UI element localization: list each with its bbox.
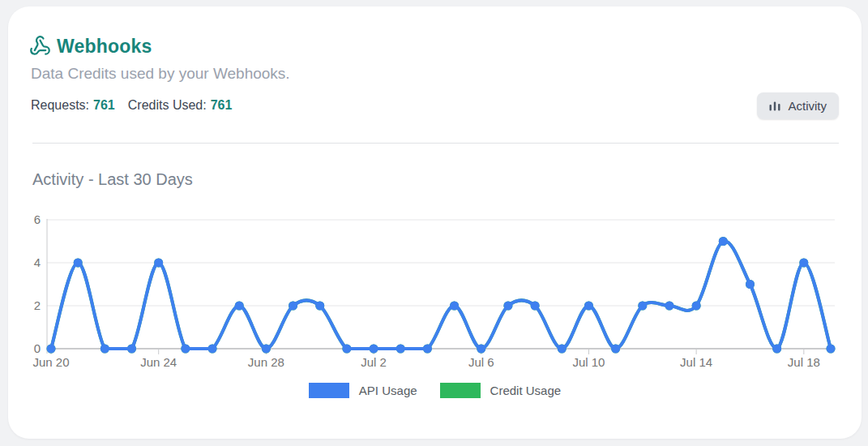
- data-point-api-usage[interactable]: [289, 302, 297, 311]
- data-point-api-usage[interactable]: [692, 302, 701, 311]
- data-point-api-usage[interactable]: [531, 302, 540, 311]
- data-point-api-usage[interactable]: [503, 302, 512, 311]
- legend-label-api-usage: API Usage: [359, 384, 417, 397]
- y-axis-label: 0: [34, 341, 41, 355]
- bar-chart-icon: [769, 100, 781, 113]
- data-point-api-usage[interactable]: [450, 302, 459, 311]
- legend-item-api-usage: API Usage: [309, 383, 417, 398]
- data-point-api-usage[interactable]: [638, 302, 647, 311]
- x-axis-label: Jul 2: [361, 355, 387, 369]
- x-axis-label: Jul 18: [788, 355, 820, 369]
- legend-item-credit-usage: Credit Usage: [440, 383, 562, 398]
- y-axis-label: 6: [34, 212, 41, 226]
- webhook-icon: [29, 35, 51, 57]
- data-point-api-usage[interactable]: [315, 302, 324, 311]
- data-point-api-usage[interactable]: [127, 345, 136, 354]
- legend-swatch-credit-usage: [440, 383, 481, 398]
- activity-button-label: Activity: [788, 99, 827, 113]
- data-point-api-usage[interactable]: [827, 345, 836, 354]
- activity-line-chart[interactable]: 0246Jun 20Jun 24Jun 28Jul 2Jul 6Jul 10Ju…: [24, 205, 847, 377]
- data-point-api-usage[interactable]: [719, 237, 728, 246]
- data-point-api-usage[interactable]: [262, 345, 271, 354]
- data-point-api-usage[interactable]: [772, 345, 781, 354]
- x-axis-label: Jun 20: [32, 355, 69, 369]
- x-axis-label: Jul 6: [468, 355, 494, 369]
- card-subtitle: Data Credits used by your Webhooks.: [31, 65, 290, 83]
- data-point-api-usage[interactable]: [396, 345, 405, 354]
- data-point-api-usage[interactable]: [181, 345, 190, 354]
- x-axis-label: Jul 14: [680, 355, 712, 369]
- data-point-api-usage[interactable]: [584, 302, 593, 311]
- x-axis-label: Jun 28: [248, 355, 284, 369]
- y-axis-label: 4: [34, 255, 41, 269]
- data-point-api-usage[interactable]: [370, 345, 378, 354]
- data-point-api-usage[interactable]: [423, 345, 432, 354]
- data-point-api-usage[interactable]: [235, 302, 244, 311]
- data-point-api-usage[interactable]: [611, 345, 620, 354]
- requests-value: 761: [93, 98, 115, 112]
- usage-stats: Requests:761Credits Used:761: [31, 98, 232, 113]
- data-point-api-usage[interactable]: [665, 302, 673, 311]
- data-point-api-usage[interactable]: [154, 259, 163, 268]
- chart-title: Activity - Last 30 Days: [32, 170, 193, 189]
- x-axis-label: Jun 24: [140, 355, 177, 369]
- divider: [32, 143, 839, 144]
- data-point-api-usage[interactable]: [47, 345, 56, 354]
- legend-label-credit-usage: Credit Usage: [490, 384, 562, 397]
- activity-button[interactable]: Activity: [757, 92, 839, 119]
- requests-label: Requests:: [31, 98, 89, 112]
- data-point-api-usage[interactable]: [477, 345, 485, 354]
- legend-swatch-api-usage: [309, 383, 349, 398]
- x-axis-label: Jul 10: [572, 355, 605, 369]
- data-point-api-usage[interactable]: [558, 345, 567, 354]
- data-point-api-usage[interactable]: [100, 345, 109, 354]
- data-point-api-usage[interactable]: [208, 345, 217, 354]
- credits-used-label: Credits Used:: [128, 98, 207, 112]
- webhooks-card: Webhooks Data Credits used by your Webho…: [8, 6, 862, 439]
- data-point-api-usage[interactable]: [746, 280, 755, 289]
- y-axis-label: 2: [34, 298, 41, 312]
- data-point-api-usage[interactable]: [799, 259, 808, 268]
- page-title: Webhooks: [57, 36, 152, 58]
- data-point-api-usage[interactable]: [74, 259, 83, 268]
- credits-used-value: 761: [211, 98, 233, 112]
- chart-legend: API UsageCredit Usage: [8, 383, 862, 398]
- series-line-api-usage: [51, 241, 831, 349]
- data-point-api-usage[interactable]: [342, 345, 351, 354]
